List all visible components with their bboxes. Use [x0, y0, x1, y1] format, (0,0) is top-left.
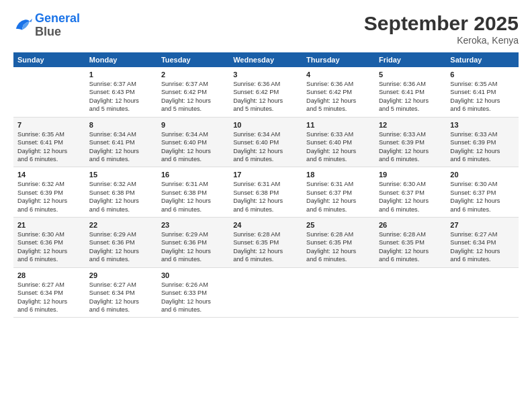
day-info: Sunrise: 6:27 AMSunset: 6:34 PMDaylight:…	[89, 281, 153, 314]
day-info: Sunrise: 6:31 AMSunset: 6:38 PMDaylight:…	[161, 180, 225, 214]
day-number: 21	[17, 221, 81, 229]
week-row-5: 28Sunrise: 6:27 AMSunset: 6:34 PMDayligh…	[13, 267, 519, 318]
day-cell	[13, 67, 85, 117]
day-cell: 8Sunrise: 6:34 AMSunset: 6:41 PMDaylight…	[85, 117, 157, 167]
day-cell: 1Sunrise: 6:37 AMSunset: 6:43 PMDaylight…	[85, 67, 157, 117]
week-row-3: 14Sunrise: 6:32 AMSunset: 6:39 PMDayligh…	[13, 167, 519, 218]
week-row-4: 21Sunrise: 6:30 AMSunset: 6:36 PMDayligh…	[13, 218, 519, 268]
col-sunday: Sunday	[13, 52, 85, 67]
day-number: 18	[306, 171, 371, 179]
day-cell: 29Sunrise: 6:27 AMSunset: 6:34 PMDayligh…	[85, 267, 157, 318]
day-number: 25	[306, 221, 371, 229]
day-cell: 23Sunrise: 6:29 AMSunset: 6:36 PMDayligh…	[157, 218, 229, 268]
week-row-2: 7Sunrise: 6:35 AMSunset: 6:41 PMDaylight…	[13, 117, 519, 167]
day-info: Sunrise: 6:31 AMSunset: 6:37 PMDaylight:…	[306, 180, 371, 214]
day-info: Sunrise: 6:32 AMSunset: 6:38 PMDaylight:…	[89, 180, 153, 214]
calendar-location: Keroka, Kenya	[364, 35, 519, 46]
title-block: September 2025 Keroka, Kenya	[364, 12, 519, 46]
day-info: Sunrise: 6:37 AMSunset: 6:43 PMDaylight:…	[89, 80, 153, 113]
day-info: Sunrise: 6:28 AMSunset: 6:35 PMDaylight:…	[233, 230, 298, 264]
col-thursday: Thursday	[302, 52, 375, 67]
logo-icon	[13, 16, 32, 35]
day-cell: 3Sunrise: 6:36 AMSunset: 6:42 PMDaylight…	[229, 67, 302, 117]
page: General Blue September 2025 Keroka, Keny…	[0, 0, 532, 411]
day-info: Sunrise: 6:28 AMSunset: 6:35 PMDaylight:…	[379, 230, 442, 264]
day-info: Sunrise: 6:27 AMSunset: 6:34 PMDaylight:…	[17, 281, 81, 314]
day-number: 14	[17, 171, 81, 179]
calendar-table: Sunday Monday Tuesday Wednesday Thursday…	[13, 52, 519, 318]
header: General Blue September 2025 Keroka, Keny…	[13, 12, 519, 46]
day-cell: 5Sunrise: 6:36 AMSunset: 6:41 PMDaylight…	[375, 67, 446, 117]
day-number: 9	[161, 121, 225, 129]
day-number: 1	[89, 71, 153, 79]
day-cell: 13Sunrise: 6:33 AMSunset: 6:39 PMDayligh…	[446, 117, 519, 167]
day-info: Sunrise: 6:26 AMSunset: 6:33 PMDaylight:…	[161, 281, 225, 314]
day-number: 12	[379, 121, 442, 129]
day-cell: 4Sunrise: 6:36 AMSunset: 6:42 PMDaylight…	[302, 67, 375, 117]
day-number: 3	[233, 71, 298, 79]
day-cell: 21Sunrise: 6:30 AMSunset: 6:36 PMDayligh…	[13, 218, 85, 268]
day-number: 26	[379, 221, 442, 229]
day-info: Sunrise: 6:35 AMSunset: 6:41 PMDaylight:…	[17, 130, 81, 164]
day-number: 19	[379, 171, 442, 179]
day-cell: 20Sunrise: 6:30 AMSunset: 6:37 PMDayligh…	[446, 167, 519, 218]
day-cell: 7Sunrise: 6:35 AMSunset: 6:41 PMDaylight…	[13, 117, 85, 167]
day-number: 29	[89, 271, 153, 279]
calendar-title: September 2025	[364, 12, 519, 35]
day-number: 7	[17, 121, 81, 129]
col-tuesday: Tuesday	[157, 52, 229, 67]
day-cell: 14Sunrise: 6:32 AMSunset: 6:39 PMDayligh…	[13, 167, 85, 218]
day-number: 15	[89, 171, 153, 179]
day-info: Sunrise: 6:30 AMSunset: 6:36 PMDaylight:…	[17, 230, 81, 264]
day-cell: 12Sunrise: 6:33 AMSunset: 6:39 PMDayligh…	[375, 117, 446, 167]
day-info: Sunrise: 6:37 AMSunset: 6:42 PMDaylight:…	[161, 80, 225, 113]
day-cell: 26Sunrise: 6:28 AMSunset: 6:35 PMDayligh…	[375, 218, 446, 268]
day-cell: 24Sunrise: 6:28 AMSunset: 6:35 PMDayligh…	[229, 218, 302, 268]
day-number: 22	[89, 221, 153, 229]
day-cell: 27Sunrise: 6:27 AMSunset: 6:34 PMDayligh…	[446, 218, 519, 268]
day-info: Sunrise: 6:32 AMSunset: 6:39 PMDaylight:…	[17, 180, 81, 214]
day-cell: 30Sunrise: 6:26 AMSunset: 6:33 PMDayligh…	[157, 267, 229, 318]
day-number: 27	[450, 221, 515, 229]
day-number: 28	[17, 271, 81, 279]
day-number: 20	[450, 171, 515, 179]
header-row: Sunday Monday Tuesday Wednesday Thursday…	[13, 52, 519, 67]
day-cell: 10Sunrise: 6:34 AMSunset: 6:40 PMDayligh…	[229, 117, 302, 167]
day-cell: 9Sunrise: 6:34 AMSunset: 6:40 PMDaylight…	[157, 117, 229, 167]
day-number: 23	[161, 221, 225, 229]
day-cell: 2Sunrise: 6:37 AMSunset: 6:42 PMDaylight…	[157, 67, 229, 117]
day-info: Sunrise: 6:33 AMSunset: 6:39 PMDaylight:…	[379, 130, 442, 164]
day-info: Sunrise: 6:34 AMSunset: 6:40 PMDaylight:…	[233, 130, 298, 164]
day-cell	[375, 267, 446, 318]
day-number: 2	[161, 71, 225, 79]
logo: General Blue	[13, 12, 80, 39]
day-info: Sunrise: 6:28 AMSunset: 6:35 PMDaylight:…	[306, 230, 371, 264]
day-info: Sunrise: 6:31 AMSunset: 6:38 PMDaylight:…	[233, 180, 298, 214]
day-info: Sunrise: 6:29 AMSunset: 6:36 PMDaylight:…	[89, 230, 153, 264]
day-info: Sunrise: 6:36 AMSunset: 6:41 PMDaylight:…	[379, 80, 442, 113]
day-info: Sunrise: 6:33 AMSunset: 6:39 PMDaylight:…	[450, 130, 515, 164]
day-cell: 22Sunrise: 6:29 AMSunset: 6:36 PMDayligh…	[85, 218, 157, 268]
day-info: Sunrise: 6:27 AMSunset: 6:34 PMDaylight:…	[450, 230, 515, 264]
col-saturday: Saturday	[446, 52, 519, 67]
day-number: 30	[161, 271, 225, 279]
day-cell: 18Sunrise: 6:31 AMSunset: 6:37 PMDayligh…	[302, 167, 375, 218]
col-monday: Monday	[85, 52, 157, 67]
day-number: 13	[450, 121, 515, 129]
day-info: Sunrise: 6:34 AMSunset: 6:40 PMDaylight:…	[161, 130, 225, 164]
day-cell	[446, 267, 519, 318]
day-info: Sunrise: 6:34 AMSunset: 6:41 PMDaylight:…	[89, 130, 153, 164]
day-cell: 19Sunrise: 6:30 AMSunset: 6:37 PMDayligh…	[375, 167, 446, 218]
calendar-header: Sunday Monday Tuesday Wednesday Thursday…	[13, 52, 519, 67]
day-info: Sunrise: 6:30 AMSunset: 6:37 PMDaylight:…	[450, 180, 515, 214]
calendar-body: 1Sunrise: 6:37 AMSunset: 6:43 PMDaylight…	[13, 67, 519, 318]
col-wednesday: Wednesday	[229, 52, 302, 67]
day-info: Sunrise: 6:33 AMSunset: 6:40 PMDaylight:…	[306, 130, 371, 164]
logo-text-block: General Blue	[35, 12, 80, 39]
day-cell	[302, 267, 375, 318]
day-number: 24	[233, 221, 298, 229]
day-cell: 28Sunrise: 6:27 AMSunset: 6:34 PMDayligh…	[13, 267, 85, 318]
day-cell: 17Sunrise: 6:31 AMSunset: 6:38 PMDayligh…	[229, 167, 302, 218]
logo-name: General Blue	[35, 12, 80, 39]
day-number: 5	[379, 71, 442, 79]
